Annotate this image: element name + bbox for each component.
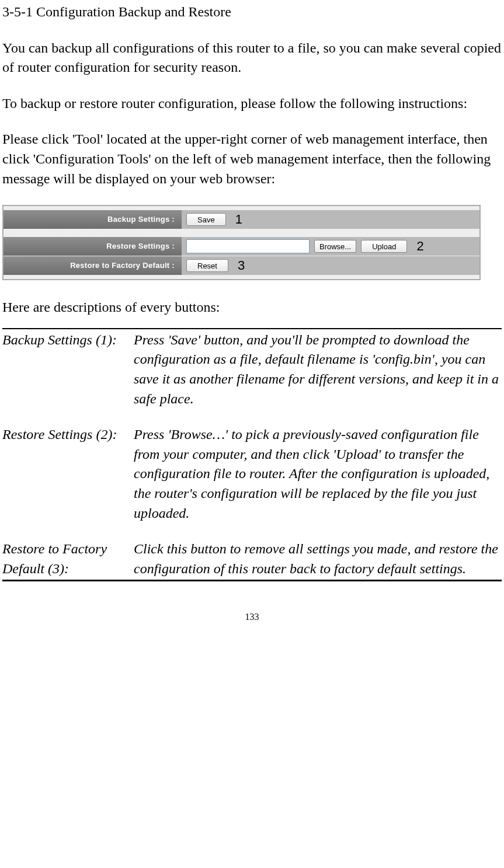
paragraph-intro-2: To backup or restore router configuratio… [2,94,502,114]
backup-settings-label: Backup Settings : [4,210,182,229]
table-row: Restore Settings (2): Press 'Browse…' to… [2,424,502,538]
upload-button[interactable]: Upload [361,240,407,253]
desc-term-backup: Backup Settings (1): [2,330,134,409]
marker-2: 2 [416,238,423,256]
paragraph-intro-1: You can backup all configurations of thi… [2,39,502,78]
save-button[interactable]: Save [186,213,226,226]
descriptions-intro: Here are descriptions of every buttons: [2,298,502,318]
desc-def-backup: Press 'Save' button, and you'll be promp… [134,330,502,409]
desc-term-factory: Restore to Factory Default (3): [2,539,134,578]
backup-settings-row: Backup Settings : Save 1 [4,210,479,229]
factory-default-row: Restore to Factory Default : Reset 3 [4,256,479,275]
marker-3: 3 [238,257,245,275]
reset-button[interactable]: Reset [186,259,228,272]
desc-term-restore: Restore Settings (2): [2,425,134,523]
restore-file-input[interactable] [186,239,310,253]
browse-button[interactable]: Browse... [314,240,356,253]
descriptions-table: Backup Settings (1): Press 'Save' button… [2,328,502,582]
config-tools-panel: Backup Settings : Save 1 Restore Setting… [2,205,481,280]
table-row: Backup Settings (1): Press 'Save' button… [2,329,502,424]
paragraph-intro-3: Please click 'Tool' located at the upper… [2,130,502,189]
restore-settings-label: Restore Settings : [4,237,182,256]
page-number: 133 [2,611,502,623]
restore-settings-row: Restore Settings : Browse... Upload 2 [4,237,479,256]
desc-def-factory: Click this button to remove all settings… [134,539,502,578]
desc-def-restore: Press 'Browse…' to pick a previously-sav… [134,425,502,523]
section-title: 3-5-1 Configuration Backup and Restore [2,2,502,22]
table-row: Restore to Factory Default (3): Click th… [2,538,502,580]
marker-1: 1 [235,211,242,229]
factory-default-label: Restore to Factory Default : [4,256,182,275]
